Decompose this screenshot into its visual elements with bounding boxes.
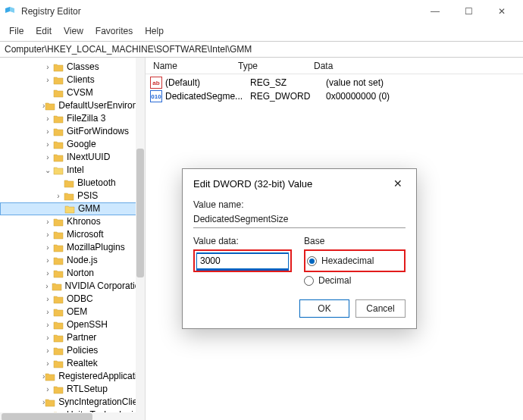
chevron-right-icon[interactable]: › <box>53 190 64 202</box>
menu-help[interactable]: Help <box>140 24 168 38</box>
tree-node[interactable]: ›Khronos <box>0 215 145 228</box>
chevron-right-icon[interactable]: › <box>42 331 53 344</box>
list-header[interactable]: Name Type Data <box>146 58 523 74</box>
value-data-input[interactable] <box>196 252 289 269</box>
dialog-titlebar[interactable]: Edit DWORD (32-bit) Value ✕ <box>183 169 416 196</box>
tree-pane: ›Classes›ClientsCVSM›DefaultUserEnvironm… <box>0 58 146 420</box>
chevron-right-icon[interactable]: › <box>42 241 53 254</box>
address-bar[interactable]: Computer\HKEY_LOCAL_MACHINE\SOFTWARE\Int… <box>0 41 523 58</box>
menu-bar: File Edit View Favorites Help <box>0 23 523 41</box>
dialog-close-button[interactable]: ✕ <box>387 175 409 192</box>
tree-node-label: Classes <box>67 61 99 74</box>
chevron-right-icon[interactable]: › <box>42 306 53 318</box>
tree-node[interactable]: ›MozillaPlugins <box>0 241 145 254</box>
tree-vscroll-thumb[interactable] <box>136 149 144 277</box>
chevron-right-icon[interactable]: › <box>42 74 53 86</box>
tree-node-label: Intel <box>67 164 84 177</box>
tree-hscroll-thumb[interactable] <box>2 413 92 420</box>
dialog-title: Edit DWORD (32-bit) Value <box>193 178 387 190</box>
tree-node[interactable]: ›OpenSSH <box>0 318 145 331</box>
address-path: Computer\HKEY_LOCAL_MACHINE\SOFTWARE\Int… <box>5 44 252 55</box>
folder-icon <box>64 179 74 188</box>
folder-icon <box>53 256 64 265</box>
tree-node[interactable]: ›Policies <box>0 344 145 357</box>
tree-node[interactable]: ›SyncIntegrationClients <box>0 396 145 409</box>
folder-icon <box>53 334 64 343</box>
edit-dword-dialog: Edit DWORD (32-bit) Value ✕ Value name: … <box>182 168 417 329</box>
tree-hscrollbar[interactable] <box>0 412 136 420</box>
close-icon: ✕ <box>498 6 506 17</box>
tree-node[interactable]: ›Clients <box>0 74 145 86</box>
list-item[interactable]: ab(Default)REG_SZ(value not set) <box>146 76 523 89</box>
col-data[interactable]: Data <box>311 61 523 71</box>
tree-node[interactable]: ›Microsoft <box>0 228 145 241</box>
maximize-button[interactable]: ☐ <box>452 0 485 23</box>
tree-node[interactable]: ›FileZilla 3 <box>0 112 145 125</box>
tree-node[interactable]: ›GitForWindows <box>0 125 145 138</box>
tree-node[interactable]: ›Partner <box>0 331 145 344</box>
tree-node[interactable]: ›OEM <box>0 306 145 318</box>
value-type: REG_DWORD <box>250 91 326 102</box>
tree-node[interactable]: ›RTLSetup <box>0 383 145 396</box>
tree-node[interactable]: ›Node.js <box>0 254 145 267</box>
chevron-down-icon[interactable]: ⌄ <box>42 164 53 177</box>
tree-node-label: MozillaPlugins <box>67 241 125 254</box>
tree-node[interactable]: ›Realtek <box>0 357 145 370</box>
tree-node[interactable]: GMM <box>0 202 145 215</box>
tree-node[interactable]: ⌄Intel <box>0 164 145 177</box>
tree-node[interactable]: ›NVIDIA Corporation <box>0 280 145 293</box>
close-icon: ✕ <box>393 177 402 190</box>
radio-dec[interactable]: Decimal <box>304 275 406 286</box>
menu-edit[interactable]: Edit <box>31 24 56 38</box>
list-item[interactable]: 010DedicatedSegme...REG_DWORD0x00000000 … <box>146 89 523 103</box>
chevron-right-icon[interactable]: › <box>42 112 53 125</box>
tree-node[interactable]: ›Norton <box>0 267 145 280</box>
tree-node[interactable]: ›DefaultUserEnvironment <box>0 99 145 112</box>
title-bar: Registry Editor — ☐ ✕ <box>0 0 523 23</box>
menu-view[interactable]: View <box>59 24 88 38</box>
cancel-button[interactable]: Cancel <box>355 299 406 318</box>
value-data-highlight <box>193 249 292 272</box>
tree-node[interactable]: Bluetooth <box>0 177 145 190</box>
tree-node[interactable]: ›PSIS <box>0 190 145 202</box>
chevron-right-icon[interactable]: › <box>42 383 53 396</box>
tree-node[interactable]: ›INextUUID <box>0 151 145 164</box>
tree-node-label: CVSM <box>67 86 93 99</box>
radio-hex[interactable]: Hexadecimal <box>307 255 402 266</box>
chevron-right-icon[interactable]: › <box>42 125 53 138</box>
tree-node-label: Microsoft <box>67 228 104 241</box>
folder-icon <box>53 63 64 72</box>
chevron-right-icon[interactable]: › <box>42 318 53 331</box>
chevron-right-icon[interactable]: › <box>42 280 52 293</box>
chevron-right-icon[interactable]: › <box>42 138 53 151</box>
folder-icon <box>45 398 55 407</box>
col-type[interactable]: Type <box>235 61 311 71</box>
tree-node-label: GMM <box>78 202 100 215</box>
value-data: (value not set) <box>326 77 523 88</box>
registry-tree[interactable]: ›Classes›ClientsCVSM›DefaultUserEnvironm… <box>0 58 145 420</box>
chevron-right-icon[interactable]: › <box>42 151 53 164</box>
tree-node[interactable]: CVSM <box>0 86 145 99</box>
chevron-right-icon[interactable]: › <box>42 267 53 280</box>
chevron-right-icon[interactable]: › <box>42 357 53 370</box>
folder-icon <box>53 346 64 356</box>
menu-file[interactable]: File <box>5 24 28 38</box>
tree-vscrollbar[interactable] <box>136 58 145 420</box>
col-name[interactable]: Name <box>150 61 235 71</box>
tree-node[interactable]: ›Google <box>0 138 145 151</box>
minimize-button[interactable]: — <box>418 0 452 23</box>
folder-icon <box>53 166 64 175</box>
chevron-right-icon[interactable]: › <box>42 61 53 74</box>
close-button[interactable]: ✕ <box>485 0 518 23</box>
tree-node[interactable]: ›RegisteredApplications <box>0 370 145 383</box>
menu-favorites[interactable]: Favorites <box>91 24 137 38</box>
chevron-right-icon[interactable]: › <box>42 215 53 228</box>
tree-node[interactable]: ›ODBC <box>0 293 145 306</box>
chevron-right-icon[interactable]: › <box>42 254 53 267</box>
chevron-right-icon[interactable]: › <box>42 344 53 357</box>
chevron-right-icon[interactable]: › <box>42 228 53 241</box>
ok-button[interactable]: OK <box>299 299 349 318</box>
chevron-right-icon[interactable]: › <box>42 293 53 306</box>
tree-node[interactable]: ›Classes <box>0 61 145 74</box>
folder-icon <box>45 102 55 111</box>
